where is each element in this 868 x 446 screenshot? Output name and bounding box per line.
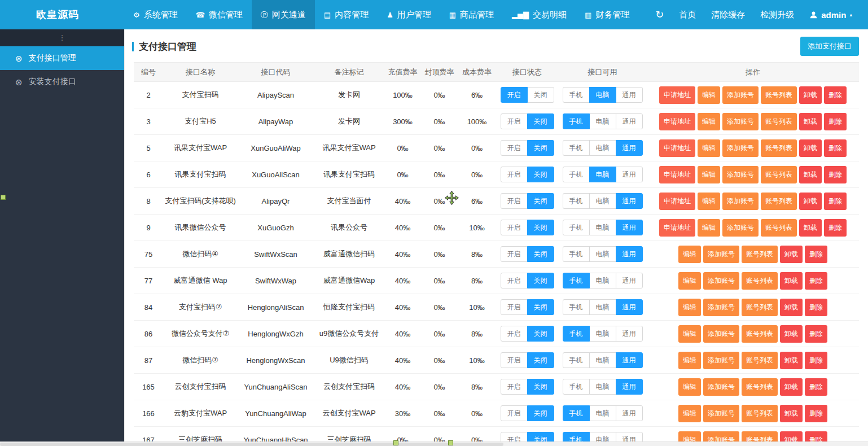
action-edit-button[interactable]: 编辑 (678, 272, 701, 290)
action-apply-button[interactable]: 申请地址 (659, 219, 695, 237)
device-common-button[interactable]: 通用 (616, 326, 643, 342)
status-on-button[interactable]: 开启 (501, 432, 528, 441)
device-phone-button[interactable]: 手机 (563, 113, 590, 129)
status-off-button[interactable]: 关闭 (527, 113, 554, 129)
action-remove-button[interactable]: 删除 (805, 431, 827, 442)
device-common-button[interactable]: 通用 (616, 246, 643, 262)
sidebar-item-install-interfaces[interactable]: ⊛安装支付接口 (0, 70, 124, 94)
action-add-button[interactable]: 添加账号 (703, 246, 739, 263)
action-remove-button[interactable]: 删除 (805, 325, 827, 343)
device-pc-button[interactable]: 电脑 (589, 326, 616, 342)
add-interface-button[interactable]: 添加支付接口 (800, 37, 859, 56)
nav-item-goods[interactable]: ▦商品管理 (440, 0, 503, 29)
action-edit-button[interactable]: 编辑 (678, 431, 701, 442)
action-remove-button[interactable]: 删除 (805, 272, 827, 290)
action-add-button[interactable]: 添加账号 (703, 431, 739, 442)
device-phone-button[interactable]: 手机 (563, 87, 590, 103)
action-list-button[interactable]: 账号列表 (761, 166, 797, 183)
sidebar-item-payment-interfaces[interactable]: ⊛支付接口管理 (0, 46, 124, 70)
action-uninstall-button[interactable]: 卸载 (780, 246, 803, 263)
action-list-button[interactable]: 账号列表 (761, 113, 797, 130)
action-add-button[interactable]: 添加账号 (703, 405, 739, 422)
status-on-button[interactable]: 开启 (501, 167, 528, 182)
clear-cache-link[interactable]: 清除缓存 (711, 10, 745, 20)
action-add-button[interactable]: 添加账号 (703, 299, 739, 316)
home-link[interactable]: 首页 (679, 10, 696, 20)
device-pc-button[interactable]: 电脑 (589, 432, 616, 441)
nav-item-content[interactable]: ▤内容管理 (315, 0, 378, 29)
action-remove-button[interactable]: 删除 (824, 166, 847, 183)
action-edit-button[interactable]: 编辑 (698, 219, 720, 237)
action-apply-button[interactable]: 申请地址 (659, 86, 695, 104)
device-phone-button[interactable]: 手机 (563, 299, 590, 315)
status-off-button[interactable]: 关闭 (527, 220, 554, 235)
device-phone-button[interactable]: 手机 (563, 352, 590, 368)
status-off-button[interactable]: 关闭 (527, 167, 554, 182)
action-uninstall-button[interactable]: 卸载 (799, 219, 822, 237)
nav-item-trade[interactable]: ▂▅▇交易明细 (503, 0, 576, 29)
status-off-button[interactable]: 关闭 (527, 379, 554, 395)
device-pc-button[interactable]: 电脑 (589, 352, 616, 368)
check-upgrade-link[interactable]: 检测升级 (760, 10, 794, 20)
action-uninstall-button[interactable]: 卸载 (780, 352, 803, 369)
status-on-button[interactable]: 开启 (501, 273, 528, 288)
action-uninstall-button[interactable]: 卸载 (780, 431, 803, 442)
action-apply-button[interactable]: 申请地址 (659, 193, 695, 210)
action-edit-button[interactable]: 编辑 (698, 86, 720, 104)
action-uninstall-button[interactable]: 卸载 (780, 325, 803, 343)
status-off-button[interactable]: 关闭 (527, 299, 554, 315)
action-list-button[interactable]: 账号列表 (742, 246, 778, 263)
device-phone-button[interactable]: 手机 (563, 140, 590, 156)
action-edit-button[interactable]: 编辑 (698, 193, 720, 210)
action-edit-button[interactable]: 编辑 (678, 246, 701, 263)
action-list-button[interactable]: 账号列表 (761, 86, 797, 104)
selection-handle[interactable] (393, 440, 398, 445)
action-list-button[interactable]: 账号列表 (742, 378, 778, 396)
device-phone-button[interactable]: 手机 (563, 432, 590, 441)
device-phone-button[interactable]: 手机 (563, 193, 590, 209)
status-on-button[interactable]: 开启 (501, 87, 528, 103)
action-list-button[interactable]: 账号列表 (742, 272, 778, 290)
action-add-button[interactable]: 添加账号 (722, 219, 759, 237)
action-remove-button[interactable]: 删除 (824, 113, 847, 130)
action-remove-button[interactable]: 删除 (805, 378, 827, 396)
device-common-button[interactable]: 通用 (616, 220, 643, 235)
status-on-button[interactable]: 开启 (501, 193, 528, 209)
action-list-button[interactable]: 账号列表 (761, 219, 797, 237)
action-uninstall-button[interactable]: 卸载 (799, 86, 822, 104)
status-off-button[interactable]: 关闭 (527, 273, 554, 288)
status-on-button[interactable]: 开启 (501, 379, 528, 395)
device-pc-button[interactable]: 电脑 (589, 405, 616, 421)
selection-handle[interactable] (448, 440, 453, 445)
action-uninstall-button[interactable]: 卸载 (780, 272, 803, 290)
status-on-button[interactable]: 开启 (501, 246, 528, 262)
action-edit-button[interactable]: 编辑 (678, 405, 701, 422)
action-uninstall-button[interactable]: 卸载 (780, 405, 803, 422)
action-remove-button[interactable]: 删除 (805, 405, 827, 422)
nav-item-finance[interactable]: ▥财务管理 (576, 0, 638, 29)
action-edit-button[interactable]: 编辑 (678, 378, 701, 396)
action-add-button[interactable]: 添加账号 (703, 325, 739, 343)
device-phone-button[interactable]: 手机 (563, 167, 590, 182)
action-list-button[interactable]: 账号列表 (742, 431, 778, 442)
action-add-button[interactable]: 添加账号 (722, 193, 759, 210)
action-remove-button[interactable]: 删除 (805, 352, 827, 369)
action-apply-button[interactable]: 申请地址 (659, 113, 695, 130)
device-phone-button[interactable]: 手机 (563, 326, 590, 342)
action-remove-button[interactable]: 删除 (824, 139, 847, 157)
device-pc-button[interactable]: 电脑 (589, 246, 616, 262)
status-on-button[interactable]: 开启 (501, 113, 528, 129)
device-common-button[interactable]: 通用 (616, 352, 643, 368)
status-off-button[interactable]: 关闭 (527, 405, 554, 421)
action-add-button[interactable]: 添加账号 (703, 352, 739, 369)
action-add-button[interactable]: 添加账号 (703, 378, 739, 396)
action-apply-button[interactable]: 申请地址 (659, 139, 695, 157)
action-list-button[interactable]: 账号列表 (742, 325, 778, 343)
status-off-button[interactable]: 关闭 (527, 140, 554, 156)
action-remove-button[interactable]: 删除 (824, 193, 847, 210)
action-uninstall-button[interactable]: 卸载 (799, 193, 822, 210)
action-edit-button[interactable]: 编辑 (698, 139, 720, 157)
device-common-button[interactable]: 通用 (616, 113, 643, 129)
device-common-button[interactable]: 通用 (616, 432, 643, 441)
status-on-button[interactable]: 开启 (501, 352, 528, 368)
